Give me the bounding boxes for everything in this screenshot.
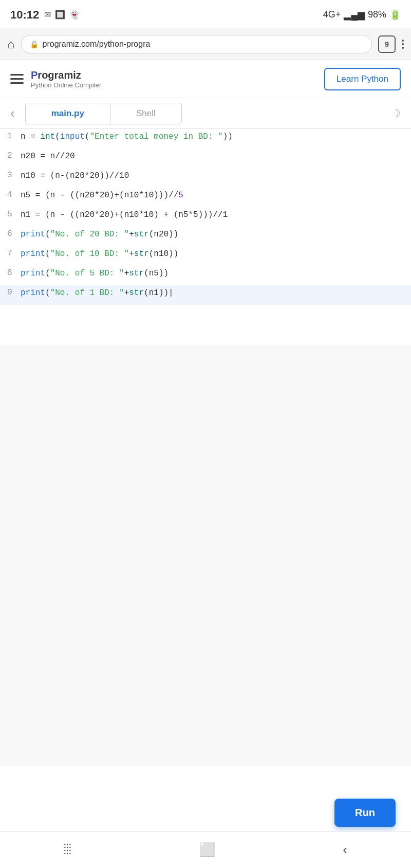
logo-rest: rogramiz [38, 69, 81, 81]
logo-section: Programiz Python Online Compiler [31, 69, 101, 89]
status-bar: 10:12 ✉ 🔲 👻 4G+ ▂▄▆ 98% 🔋 [0, 0, 411, 28]
code-editor[interactable]: 1 n = int(input("Enter total money in BD… [0, 129, 411, 345]
line-content-1[interactable]: n = int(input("Enter total money in BD: … [21, 131, 233, 143]
logo-name: Programiz [31, 69, 101, 81]
line-content-3[interactable]: n10 = (n-(n20*20))//10 [21, 170, 129, 182]
snapchat-icon: 👻 [69, 10, 80, 20]
code-line-4: 4 n5 = (n - ((n20*20)+(n10*10)))//5 [0, 188, 411, 207]
tab-count[interactable]: 9 [378, 35, 396, 53]
line-number-6: 6 [0, 228, 21, 238]
code-line-3: 3 n10 = (n-(n20*20))//10 [0, 168, 411, 188]
run-button[interactable]: Run [334, 799, 396, 827]
line-number-4: 4 [0, 189, 21, 199]
recents-icon[interactable]: ⦙⦙⦙ [64, 842, 71, 858]
line-content-5[interactable]: n1 = (n - ((n20*20)+(n10*10) + (n5*5)))/… [21, 209, 228, 221]
line-number-1: 1 [0, 131, 21, 141]
logo-subtitle: Python Online Compiler [31, 81, 101, 89]
line-number-9: 9 [0, 287, 21, 297]
run-button-container: Run [334, 799, 396, 827]
line-number-2: 2 [0, 150, 21, 160]
battery-icon: 🔋 [389, 9, 401, 21]
line-content-6[interactable]: print("No. of 20 BD: "+str(n20)) [21, 228, 178, 241]
code-line-7: 7 print("No. of 10 BD: "+str(n10)) [0, 246, 411, 266]
line-number-8: 8 [0, 267, 21, 278]
hamburger-menu[interactable] [10, 74, 24, 84]
lock-icon: 🔒 [30, 40, 39, 48]
tab-shell[interactable]: Shell [110, 103, 181, 124]
more-options-button[interactable] [402, 40, 404, 49]
status-right: 4G+ ▂▄▆ 98% 🔋 [323, 9, 401, 21]
back-button[interactable]: ‹ [10, 105, 15, 121]
url-text: programiz.com/python-progra [43, 40, 364, 49]
code-line-9: 9 print("No. of 1 BD: "+str(n1))| [0, 285, 411, 305]
editor-empty-space[interactable] [0, 345, 411, 766]
line-content-7[interactable]: print("No. of 10 BD: "+str(n10)) [21, 248, 178, 260]
line-number-7: 7 [0, 248, 21, 258]
code-line-2: 2 n20 = n//20 [0, 149, 411, 168]
home-icon[interactable]: ⌂ [7, 37, 15, 51]
dark-mode-icon[interactable]: ☽ [390, 107, 401, 120]
bottom-nav: ⦙⦙⦙ ⬜ ‹ [0, 831, 411, 868]
clock-icon: 🔲 [55, 10, 65, 20]
logo-p: P [31, 69, 38, 81]
gmail-icon: ✉ [44, 10, 51, 20]
line-content-4[interactable]: n5 = (n - ((n20*20)+(n10*10)))//5 [21, 189, 183, 201]
signal-bars: ▂▄▆ [344, 9, 365, 21]
signal-icon: 4G+ [323, 9, 341, 20]
tab-bar: ‹ main.py Shell ☽ [0, 98, 411, 129]
tab-main-py[interactable]: main.py [26, 103, 110, 124]
line-content-9[interactable]: print("No. of 1 BD: "+str(n1))| [21, 287, 174, 299]
line-number-5: 5 [0, 209, 21, 219]
browser-bar: ⌂ 🔒 programiz.com/python-progra 9 [0, 28, 411, 60]
code-line-5: 5 n1 = (n - ((n20*20)+(n10*10) + (n5*5))… [0, 207, 411, 227]
line-number-3: 3 [0, 170, 21, 180]
line-content-8[interactable]: print("No. of 5 BD: "+str(n5)) [21, 267, 169, 280]
code-line-6: 6 print("No. of 20 BD: "+str(n20)) [0, 227, 411, 246]
line-content-2[interactable]: n20 = n//20 [21, 150, 75, 162]
header-left: Programiz Python Online Compiler [10, 69, 101, 89]
status-icons-left: ✉ 🔲 👻 [44, 10, 80, 20]
battery-level: 98% [368, 9, 386, 20]
code-line-1: 1 n = int(input("Enter total money in BD… [0, 129, 411, 149]
learn-python-button[interactable]: Learn Python [324, 68, 401, 90]
tab-group: main.py Shell [25, 103, 182, 124]
home-nav-icon[interactable]: ⬜ [199, 842, 215, 858]
status-time: 10:12 [10, 8, 39, 22]
url-bar[interactable]: 🔒 programiz.com/python-progra [21, 35, 372, 53]
code-line-8: 8 print("No. of 5 BD: "+str(n5)) [0, 266, 411, 285]
back-nav-icon[interactable]: ‹ [343, 842, 347, 858]
app-header: Programiz Python Online Compiler Learn P… [0, 60, 411, 98]
